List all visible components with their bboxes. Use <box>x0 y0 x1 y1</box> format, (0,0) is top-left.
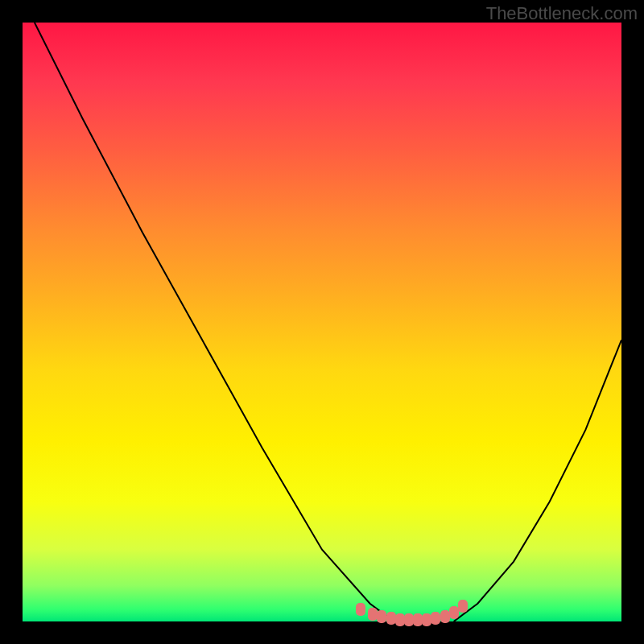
curve-right <box>454 340 621 621</box>
curve-left <box>35 23 394 621</box>
watermark-text: TheBottleneck.com <box>486 3 638 24</box>
curve-layer <box>23 23 621 621</box>
plot-area <box>23 23 621 621</box>
chart-container: TheBottleneck.com <box>0 0 644 644</box>
